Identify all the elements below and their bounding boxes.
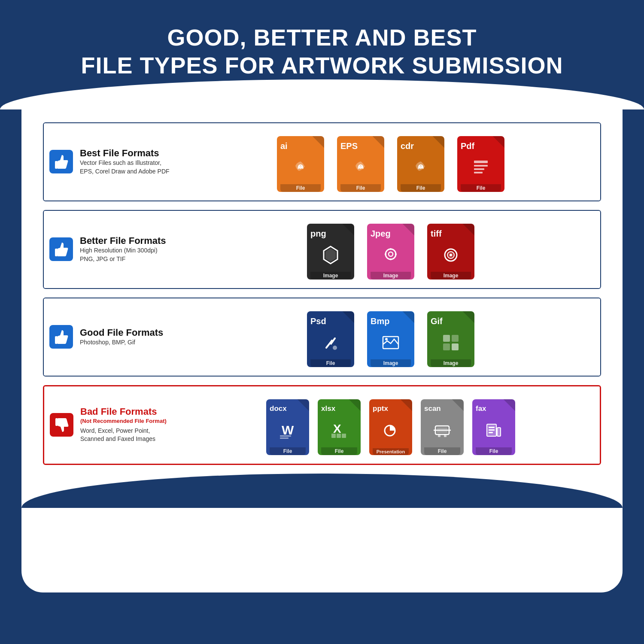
thumbs-up-icon [53, 154, 69, 170]
good-title: Good File Formats [80, 327, 173, 338]
footer [0, 592, 644, 644]
docx-label: File [270, 447, 306, 455]
ai-graphic [290, 151, 311, 184]
page-title: GOOD, BETTER AND BEST FILE TYPES FOR ART… [81, 24, 563, 79]
file-ear [349, 399, 361, 411]
svg-rect-5 [474, 165, 488, 167]
bad-title: Bad File Formats [80, 406, 173, 417]
file-ear [462, 224, 474, 236]
cdr-graphic [410, 151, 431, 184]
eps-file-icon: EPS File [335, 132, 386, 192]
bad-thumb-icon [49, 412, 74, 438]
docx-graphic: W [277, 413, 298, 447]
file-ear [432, 136, 444, 148]
best-row: Best File Formats Vector Files such as I… [43, 122, 601, 201]
pptx-file-icon: pptx Presentation [368, 395, 413, 455]
file-ear [402, 311, 414, 323]
better-icons: png Image Jpeg [181, 211, 600, 288]
file-ear [297, 399, 309, 411]
svg-rect-43 [497, 428, 501, 436]
pdf-graphic [471, 151, 491, 184]
svg-point-23 [385, 338, 388, 340]
file-ear [400, 399, 412, 411]
bad-info-text: Bad File Formats (Not Recommended File F… [80, 406, 173, 444]
svg-rect-30 [280, 435, 291, 437]
file-ear [492, 136, 504, 148]
best-title: Best File Formats [80, 148, 173, 159]
full-page: GOOD, BETTER AND BEST FILE TYPES FOR ART… [0, 0, 644, 644]
thumbs-up-icon-3 [53, 329, 69, 345]
bmp-graphic [380, 326, 401, 359]
header-section: GOOD, BETTER AND BEST FILE TYPES FOR ART… [0, 0, 644, 79]
good-info-text: Good File Formats Photoshop, BMP, Gif [80, 327, 173, 347]
pptx-label: Presentation [373, 448, 409, 455]
good-thumb-icon [48, 324, 74, 350]
pptx-graphic [380, 413, 401, 448]
file-ear [342, 311, 354, 323]
cdr-label: File [401, 184, 441, 192]
gif-file-icon: Gif Image [425, 307, 477, 367]
psd-file-icon: Psd File [305, 307, 356, 367]
svg-rect-35 [342, 434, 346, 438]
psd-graphic [320, 326, 341, 359]
ai-label: File [280, 184, 321, 192]
thumbs-up-best [49, 150, 73, 173]
svg-rect-20 [55, 336, 58, 344]
scan-label: File [424, 447, 460, 455]
svg-rect-34 [337, 434, 341, 438]
svg-rect-45 [489, 429, 495, 431]
bad-subtitle: (Not Recommended File Format) [80, 418, 173, 424]
psd-label: File [310, 359, 351, 367]
thumbs-up-better [49, 237, 73, 261]
file-ear [342, 224, 354, 236]
pdf-file-icon: Pdf File [455, 132, 507, 192]
svg-rect-24 [443, 335, 450, 342]
best-desc: Vector Files such as Illustrator, EPS, C… [80, 159, 173, 176]
svg-rect-26 [443, 343, 450, 350]
gif-label: Image [431, 359, 471, 367]
svg-rect-44 [489, 427, 495, 428]
eps-graphic [350, 151, 371, 184]
xlsx-label: File [321, 447, 357, 455]
scan-file-icon: scan File [420, 395, 465, 455]
bad-row: Bad File Formats (Not Recommended File F… [43, 385, 601, 465]
bmp-file-icon: Bmp Image [365, 307, 416, 367]
svg-rect-46 [489, 432, 493, 433]
svg-text:W: W [282, 423, 294, 437]
better-thumb-icon [48, 237, 74, 262]
svg-point-19 [450, 254, 452, 256]
fax-file-icon: fax File [471, 395, 516, 455]
jpeg-graphic [380, 239, 401, 272]
svg-point-11 [386, 249, 396, 259]
thumbs-down-bad [50, 413, 73, 437]
svg-rect-33 [331, 434, 336, 438]
bad-info: Bad File Formats (Not Recommended File F… [44, 386, 182, 464]
good-info: Good File Formats Photoshop, BMP, Gif [44, 298, 181, 376]
thumbs-down-icon [54, 417, 69, 433]
cdr-file-icon: cdr File [395, 132, 447, 192]
thumbs-up-icon-2 [53, 242, 69, 257]
svg-rect-6 [474, 168, 484, 170]
bad-desc: Word, Excel, Power Point, Scanned and Fa… [80, 427, 173, 444]
bottom-curve [43, 474, 601, 508]
best-thumb-icon [48, 149, 74, 175]
good-icons: Psd File Bmp [181, 298, 600, 376]
best-icons: ai File EPS File [181, 123, 600, 200]
file-ear [452, 399, 464, 411]
svg-text:X: X [333, 422, 341, 435]
file-ear [372, 136, 384, 148]
svg-rect-0 [55, 161, 58, 169]
svg-point-21 [333, 346, 337, 350]
ai-file-icon: ai File [275, 132, 326, 192]
svg-rect-41 [444, 434, 447, 437]
jpeg-file-icon: Jpeg Image [365, 219, 416, 279]
svg-marker-10 [325, 248, 336, 262]
png-file-icon: png Image [305, 219, 356, 279]
svg-rect-4 [474, 161, 488, 163]
svg-rect-40 [438, 434, 440, 437]
file-ear [462, 311, 474, 323]
bad-icons: docx W File [182, 386, 600, 464]
better-info-text: Better File Formats High Resolution (Min… [80, 235, 173, 264]
best-info: Best File Formats Vector Files such as I… [44, 123, 181, 200]
file-ear [402, 224, 414, 236]
